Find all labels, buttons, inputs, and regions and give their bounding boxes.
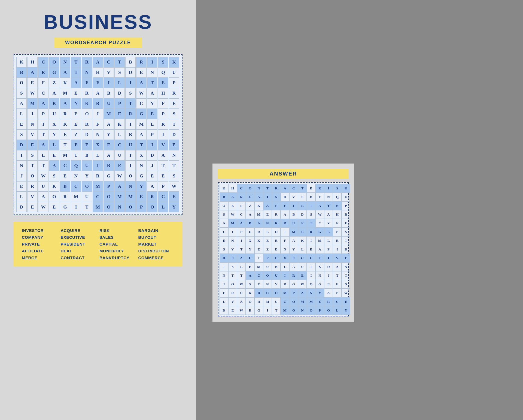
answer-cell: N (315, 271, 324, 280)
grid-cell: C (93, 192, 103, 202)
answer-cell: C (263, 289, 272, 297)
grid-cell: W (27, 88, 38, 98)
grid-cell: M (136, 119, 147, 129)
answer-cell: M (263, 297, 272, 306)
answer-cell: L (220, 228, 228, 236)
answer-cell: G (289, 280, 298, 289)
answer-cell: F (272, 201, 281, 210)
answer-cell: T (315, 254, 324, 262)
answer-cell: B (307, 245, 315, 254)
grid-cell: S (114, 67, 125, 78)
answer-cell: T (324, 201, 333, 210)
grid-cell: E (71, 119, 81, 129)
answer-cell: R (237, 193, 246, 201)
answer-cell: R (272, 236, 281, 245)
answer-cell: S (307, 210, 315, 219)
grid-cell: G (49, 67, 59, 78)
puzzle-grid-container: KHCONTRACTBRISKBARGAINHVSDENQUOEFZKAFFIL… (14, 54, 183, 215)
grid-cell: C (38, 88, 48, 98)
answer-cell: U (237, 289, 246, 297)
answer-cell: A (315, 201, 324, 210)
answer-cell: W (298, 280, 307, 289)
answer-cell: A (289, 236, 298, 245)
answer-cell: H (333, 210, 342, 219)
answer-cell: E (342, 254, 350, 262)
answer-cell: E (324, 280, 333, 289)
word-item: CAPITAL (99, 242, 136, 246)
answer-cell: M (228, 219, 237, 228)
grid-cell: X (49, 119, 59, 129)
grid-cell: E (49, 150, 59, 161)
answer-cell: E (246, 306, 254, 315)
word-item: PRIVATE (22, 242, 58, 246)
word-item: DEAL (61, 249, 97, 253)
grid-cell: L (16, 109, 27, 119)
grid-cell: E (147, 171, 157, 181)
grid-cell: E (114, 161, 125, 171)
answer-cell: T (298, 184, 307, 193)
answer-cell: P (333, 289, 342, 297)
grid-cell: U (49, 109, 59, 119)
grid-cell: A (60, 67, 70, 78)
answer-cell: T (237, 245, 246, 254)
answer-cell: F (281, 201, 289, 210)
answer-cell: D (220, 254, 228, 262)
grid-cell: E (71, 88, 81, 98)
grid-cell: T (38, 161, 48, 171)
grid-cell: R (125, 109, 136, 119)
answer-cell: E (228, 254, 237, 262)
grid-cell: S (169, 109, 179, 119)
grid-cell: I (125, 78, 136, 88)
grid-cell: L (93, 150, 103, 161)
answer-cell: L (333, 306, 342, 315)
answer-cell: M (281, 289, 289, 297)
answer-cell: X (315, 262, 324, 271)
answer-cell: V (228, 297, 237, 306)
grid-cell: I (16, 150, 27, 161)
answer-cell: B (289, 210, 298, 219)
answer-cell: E (289, 254, 298, 262)
answer-cell: I (342, 236, 350, 245)
answer-cell: A (246, 210, 254, 219)
answer-cell: E (228, 201, 237, 210)
answer-cell: I (263, 306, 272, 315)
grid-cell: D (16, 202, 27, 212)
grid-cell: A (104, 150, 114, 161)
grid-cell: G (136, 171, 147, 181)
grid-cell: N (147, 67, 157, 78)
answer-cell: G (254, 306, 263, 315)
word-item: BUYOUT (138, 235, 175, 240)
grid-cell: X (136, 150, 147, 161)
answer-cell: S (220, 245, 228, 254)
grid-cell: A (60, 98, 70, 109)
answer-cell: I (281, 228, 289, 236)
grid-cell: N (82, 67, 92, 78)
answer-cell: A (254, 193, 263, 201)
answer-cell: U (289, 219, 298, 228)
grid-cell: F (38, 78, 48, 88)
grid-cell: M (71, 192, 81, 202)
word-item: INVESTOR (22, 228, 58, 233)
grid-cell: T (38, 129, 48, 140)
grid-cell: C (114, 140, 125, 150)
answer-cell: S (298, 193, 307, 201)
grid-cell: R (82, 119, 92, 129)
grid-cell: E (114, 109, 125, 119)
grid-cell: E (16, 119, 27, 129)
grid-cell: N (125, 181, 136, 192)
word-item: EXECUTIVE (61, 235, 97, 240)
grid-cell: T (136, 140, 147, 150)
word-item: COMPANY (22, 235, 58, 240)
answer-cell: M (254, 210, 263, 219)
grid-cell: O (16, 78, 27, 88)
grid-cell: L (38, 150, 48, 161)
grid-cell: B (16, 67, 27, 78)
answer-cell: R (272, 210, 281, 219)
grid-cell: M (27, 98, 38, 109)
word-item: DISTRIBUTION (138, 249, 175, 253)
answer-cell: R (254, 228, 263, 236)
grid-cell: A (38, 140, 48, 150)
answer-cell: E (272, 254, 281, 262)
answer-cell: M (254, 262, 263, 271)
grid-cell: P (114, 98, 125, 109)
